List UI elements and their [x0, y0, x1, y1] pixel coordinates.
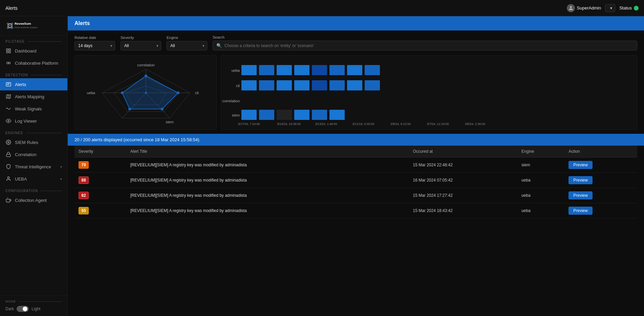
- sidebar: Reveelium Smart predictive analytics PIL…: [0, 16, 68, 316]
- alerts-summary-bar: 20 / 200 alerts displayed (occurred sinc…: [68, 134, 644, 146]
- relative-date-select[interactable]: 14 days 7 days 30 days: [74, 41, 115, 50]
- sidebar-item-dashboard[interactable]: Dashboard: [0, 45, 67, 57]
- svg-text:3/13/24, 1:48:00: 3/13/24, 1:48:00: [315, 122, 337, 126]
- cell-occured-at: 15 Mar 2024 17:27:42: [409, 188, 517, 203]
- preview-button[interactable]: Preview: [568, 207, 593, 215]
- topbar-right: SuperAdmin ▾ Status: [567, 4, 639, 12]
- svg-rect-23: [6, 154, 10, 156]
- chevron-down-icon: ▾: [610, 6, 612, 10]
- svg-rect-51: [259, 65, 274, 75]
- svg-rect-71: [329, 110, 345, 120]
- svg-text:Reveelium: Reveelium: [15, 22, 31, 25]
- svg-point-21: [8, 120, 9, 122]
- col-severity: Severity: [74, 146, 126, 157]
- svg-rect-59: [259, 80, 274, 90]
- charts-row: correlation cti siem ueba ueba cti corre…: [68, 55, 644, 134]
- table-row: 82 [REVEELIUM][SIEM] A registry key was …: [74, 188, 637, 203]
- svg-rect-60: [277, 80, 292, 90]
- page-header: Alerts: [68, 16, 644, 30]
- relative-date-select-wrap: 14 days 7 days 30 days: [74, 41, 115, 50]
- engine-label: Engine: [167, 36, 207, 40]
- shield-icon: [5, 164, 12, 170]
- alerts-table-wrap: Severity Alert Title Occured at Engine A…: [68, 146, 644, 316]
- topbar: Alerts SuperAdmin ▾ Status: [0, 0, 644, 16]
- svg-point-2: [9, 25, 11, 27]
- severity-select[interactable]: All Low Medium High: [121, 41, 161, 50]
- sidebar-item-alerts[interactable]: Alerts: [0, 78, 67, 90]
- svg-rect-12: [9, 51, 10, 53]
- status-dot-green: [634, 6, 639, 10]
- svg-text:3/6/24, 2:36:00: 3/6/24, 2:36:00: [465, 122, 485, 126]
- avatar-icon: [567, 4, 575, 12]
- status-badge: Status: [619, 5, 639, 10]
- engine-select[interactable]: All siem ueba cti correlation: [167, 41, 207, 50]
- cell-engine: siem: [517, 157, 564, 173]
- cell-occured-at: 15 Mar 2024 18:43:42: [409, 203, 517, 218]
- svg-point-40: [128, 108, 131, 110]
- section-detection: DETECTION: [0, 69, 67, 78]
- svg-rect-9: [6, 49, 8, 50]
- sidebar-item-label: Weak Signals: [15, 106, 42, 111]
- topbar-dropdown[interactable]: ▾: [605, 4, 615, 12]
- sidebar-item-alerts-mapping[interactable]: Alerts Mapping: [0, 90, 67, 103]
- svg-rect-65: [365, 80, 380, 90]
- sidebar-bottom: MODE Dark Light: [0, 295, 67, 316]
- svg-rect-67: [259, 110, 274, 120]
- status-label: Status: [619, 5, 632, 10]
- alerts-table: Severity Alert Title Occured at Engine A…: [74, 146, 637, 218]
- sidebar-item-ueba[interactable]: UEBA ▾: [0, 173, 67, 185]
- sidebar-item-label: Threat Intelligence: [15, 164, 51, 169]
- cell-severity: 55: [74, 203, 126, 218]
- sidebar-item-collaborative-platform[interactable]: Collaborative Platform: [0, 57, 67, 69]
- svg-rect-57: [365, 65, 380, 75]
- svg-text:ueba: ueba: [232, 68, 240, 72]
- sidebar-item-weak-signals[interactable]: Weak Signals: [0, 103, 67, 115]
- svg-text:siem: siem: [232, 113, 240, 117]
- svg-point-13: [7, 62, 8, 64]
- preview-button[interactable]: Preview: [568, 161, 593, 169]
- cell-occured-at: 15 Mar 2024 22:48:42: [409, 157, 517, 173]
- sidebar-item-siem-rules[interactable]: SIEM Rules: [0, 136, 67, 148]
- username-label: SuperAdmin: [577, 5, 601, 10]
- svg-point-36: [145, 92, 147, 94]
- svg-rect-54: [312, 65, 327, 75]
- svg-point-22: [8, 142, 9, 143]
- svg-rect-66: [241, 110, 257, 120]
- svg-rect-10: [9, 49, 10, 50]
- svg-text:3/11/24, 5:00:00: 3/11/24, 5:00:00: [352, 122, 374, 126]
- sidebar-logo: Reveelium Smart predictive analytics: [0, 16, 67, 36]
- table-row: 55 [REVEELIUM][SIEM] A registry key was …: [74, 203, 637, 218]
- cell-title: [REVEELIUM][SIEM] A registry key was mod…: [126, 203, 409, 218]
- bar-chart-svg: ueba cti correlation siem: [221, 59, 516, 127]
- toggle-knob: [23, 307, 27, 311]
- gear-icon: [5, 139, 12, 145]
- sidebar-item-collection-agent[interactable]: Collection Agent: [0, 194, 67, 206]
- theme-toggle[interactable]: [17, 306, 29, 312]
- severity-filter: Severity All Low Medium High: [121, 36, 161, 50]
- svg-text:3/17/24, 7:24:00: 3/17/24, 7:24:00: [238, 122, 260, 126]
- preview-button[interactable]: Preview: [568, 191, 593, 199]
- sidebar-item-log-viewer[interactable]: Log Viewer: [0, 115, 67, 127]
- sidebar-item-label: Correlation: [15, 152, 37, 157]
- sidebar-item-threat-intelligence[interactable]: Threat Intelligence ▾: [0, 161, 67, 173]
- sidebar-item-correlation[interactable]: Correlation: [0, 148, 67, 161]
- wave-icon: [5, 106, 12, 112]
- app-layout: Reveelium Smart predictive analytics PIL…: [0, 16, 644, 316]
- svg-point-37: [145, 75, 147, 77]
- svg-text:cti: cti: [236, 84, 240, 88]
- col-title: Alert Title: [126, 146, 409, 157]
- cell-occured-at: 16 Mar 2024 07:05:42: [409, 173, 517, 188]
- search-filter: Search 🔍: [213, 35, 637, 50]
- svg-rect-62: [312, 80, 327, 90]
- cell-engine: ueba: [517, 203, 564, 218]
- cell-title: [REVEELIUM][SIEM] A registry key was mod…: [126, 173, 409, 188]
- search-input[interactable]: [224, 43, 634, 48]
- page-title: Alerts: [74, 20, 90, 26]
- eye-icon: [5, 118, 12, 124]
- svg-point-41: [121, 91, 124, 94]
- cell-action: Preview: [564, 203, 637, 218]
- preview-button[interactable]: Preview: [568, 176, 593, 184]
- alerts-count-text: 20 / 200 alerts displayed (occurred sinc…: [74, 137, 199, 142]
- svg-text:cti: cti: [195, 91, 199, 95]
- svg-text:siem: siem: [166, 120, 173, 124]
